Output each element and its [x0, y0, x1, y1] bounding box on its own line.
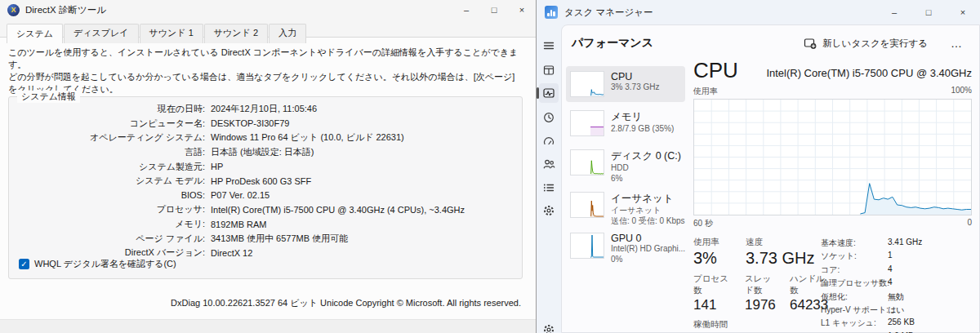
cpu-stats-right: 基本速度:3.41 GHz ソケット:1 コア:4 論理プロセッサ数:4 仮想化…: [821, 237, 972, 333]
x-axis-left-label: 60 秒: [693, 218, 713, 229]
page-title: パフォーマンス: [572, 36, 653, 51]
gpu-sparkline: [570, 233, 604, 259]
speed-stat-value: 3.73 GHz: [746, 249, 814, 268]
speed-stat-label: 速度: [746, 237, 814, 248]
run-new-task-button[interactable]: 新しいタスクを実行する: [797, 33, 934, 53]
startup-apps-icon[interactable]: [539, 131, 559, 151]
stat-l1-cache: L1 キャッシュ:256 KB: [821, 317, 972, 329]
task-manager-window: タスク マネージャー – □ ×: [537, 0, 980, 333]
screenshot-stage: X DirectX 診断ツール – □ × システム ディスプレイ サウンド 1…: [0, 0, 980, 333]
tab-display[interactable]: ディスプレイ: [64, 24, 139, 43]
stat-sockets: ソケット:1: [821, 251, 972, 262]
cpu-usage-chart: [693, 99, 972, 215]
perf-item-gpu0[interactable]: GPU 0Intel(R) HD Graphi...0%: [566, 228, 685, 267]
y-max-label: 100%: [951, 86, 972, 97]
maximize-button[interactable]: □: [911, 0, 946, 24]
stat-base-speed: 基本速度:3.41 GHz: [821, 238, 972, 249]
processes-icon[interactable]: [539, 60, 559, 80]
users-icon[interactable]: [539, 154, 559, 174]
cpu-stats-left: 使用率3% 速度3.73 GHz プロセス数141 スレッド数1976 ハンドル…: [693, 237, 821, 333]
disk-sparkline: [570, 149, 604, 175]
x-axis-right-label: 0: [967, 218, 972, 229]
processes-stat-label: プロセス数: [693, 273, 734, 296]
tab-input[interactable]: 入力: [269, 24, 306, 43]
intro-paragraph-2: どの分野が問題を起こしているか分かっている場合は、適当なタブをクリックしてくださ…: [8, 71, 523, 95]
usage-stat-label: 使用率: [693, 237, 733, 248]
row-system-manufacturer: システム製造元:HP: [9, 159, 522, 174]
row-current-datetime: 現在の日時:2024年12月10日, 11:05:46: [9, 102, 522, 117]
settings-gear-icon[interactable]: [539, 320, 559, 333]
system-info-groupbox-title: システム情報: [17, 91, 80, 103]
close-button[interactable]: ×: [508, 0, 536, 20]
perf-item-memory[interactable]: メモリ2.8/7.9 GB (35%): [566, 105, 685, 141]
ethernet-sparkline: [570, 192, 604, 218]
uptime-stat-label: 稼働時間: [693, 319, 751, 331]
processes-stat-value: 141: [693, 297, 734, 313]
minimize-button[interactable]: –: [877, 0, 911, 24]
performance-icon-selected[interactable]: [539, 83, 559, 103]
hamburger-menu-icon[interactable]: [539, 36, 559, 56]
stat-hyperv-support: Hyper-V サポート:はい: [821, 304, 972, 316]
system-info-groupbox: システム情報 現在の日時:2024年12月10日, 11:05:46 コンピュー…: [8, 96, 523, 279]
dxdiag-system-tab-page: このツールを使用すると、インストールされている DirectX コンポーネントや…: [0, 37, 536, 333]
close-button[interactable]: ×: [946, 0, 980, 24]
row-language: 言語:日本語 (地域設定: 日本語): [9, 145, 522, 160]
row-memory: メモリ:8192MB RAM: [9, 217, 522, 232]
maximize-button[interactable]: □: [480, 0, 508, 20]
directx-app-icon: X: [7, 4, 20, 16]
taskman-nav-rail: [537, 24, 561, 333]
whql-checkbox-label: WHQL デジタル署名を確認する(C): [34, 258, 176, 270]
tab-sound2[interactable]: サウンド 2: [204, 24, 268, 43]
whql-checkbox[interactable]: ✓: [19, 259, 29, 269]
row-operating-system: オペレーティング システム:Windows 11 Pro 64 ビット (10.…: [9, 131, 522, 145]
more-options-button[interactable]: …: [946, 37, 968, 50]
row-computer-name: コンピューター名:DESKTOP-3I30F79: [9, 117, 522, 131]
stat-cores: コア:4: [821, 264, 972, 276]
services-icon[interactable]: [539, 201, 559, 220]
tab-system[interactable]: システム: [7, 24, 63, 43]
new-task-icon: [804, 37, 817, 50]
run-new-task-label: 新しいタスクを実行する: [822, 38, 928, 50]
taskman-window-title: タスク マネージャー: [564, 7, 653, 19]
perf-item-cpu[interactable]: CPU3% 3.73 GHz: [566, 66, 685, 102]
taskman-content-card: パフォーマンス 新しいタスクを実行する … CPU3% 3.73 GHz メモリ…: [561, 24, 980, 333]
details-icon[interactable]: [539, 178, 559, 198]
dxdiag-version-footer: DxDiag 10.00.22621.3527 64 ビット Unicode C…: [171, 297, 521, 309]
performance-header: パフォーマンス 新しいタスクを実行する …: [572, 33, 968, 53]
threads-stat-label: スレッド数: [745, 273, 779, 296]
dxdiag-window-title: DirectX 診断ツール: [25, 4, 106, 16]
threads-stat-value: 1976: [745, 297, 779, 313]
cpu-detail-panel: CPU Intel(R) Core(TM) i5-7500 CPU @ 3.40…: [693, 60, 972, 333]
stat-virtualization: 仮想化:無効: [821, 291, 972, 303]
memory-sparkline: [570, 110, 604, 136]
whql-checkbox-row: ✓ WHQL デジタル署名を確認する(C): [19, 258, 176, 270]
cpu-sparkline: [570, 71, 604, 97]
intro-paragraph-1: このツールを使用すると、インストールされている DirectX コンポーネントや…: [8, 47, 523, 71]
selected-accent-bar: [537, 87, 539, 99]
dxdiag-tab-bar: システム ディスプレイ サウンド 1 サウンド 2 入力: [0, 24, 536, 43]
dxdiag-window: X DirectX 診断ツール – □ × システム ディスプレイ サウンド 1…: [0, 0, 537, 333]
usage-axis-label: 使用率: [693, 86, 718, 97]
row-page-file: ページ ファイル:3413MB 使用中 6577MB 使用可能: [9, 231, 522, 246]
system-info-rows: 現在の日時:2024年12月10日, 11:05:46 コンピューター名:DES…: [9, 102, 522, 260]
perf-item-disk0[interactable]: ディスク 0 (C:)HDD6%: [566, 144, 685, 184]
usage-stat-value: 3%: [693, 249, 733, 268]
tab-sound1[interactable]: サウンド 1: [140, 24, 203, 43]
perf-item-ethernet[interactable]: イーサネットイーサネット送信: 0 受信: 0 Kbps: [566, 187, 685, 226]
task-manager-app-icon: [545, 6, 558, 19]
stat-logical-processors: 論理プロセッサ数:4: [821, 278, 972, 289]
row-processor: プロセッサ:Intel(R) Core(TM) i5-7500 CPU @ 3.…: [9, 202, 522, 217]
cpu-panel-title: CPU: [693, 60, 738, 81]
app-history-icon[interactable]: [539, 108, 559, 127]
minimize-button[interactable]: –: [452, 0, 480, 20]
row-system-model: システム モデル:HP ProDesk 600 G3 SFF: [9, 174, 522, 189]
dxdiag-titlebar: X DirectX 診断ツール – □ ×: [0, 0, 536, 20]
row-bios: BIOS:P07 Ver. 02.15: [9, 189, 522, 203]
cpu-model-subtitle: Intel(R) Core(TM) i5-7500 CPU @ 3.40GHz: [766, 67, 972, 81]
dxdiag-bottom-button-strip: [0, 319, 536, 333]
